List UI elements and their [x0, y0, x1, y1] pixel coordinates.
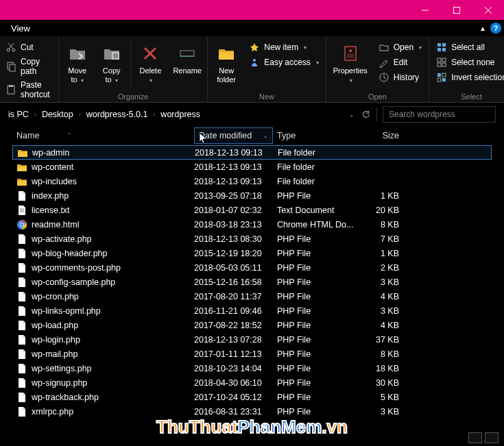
folder-icon	[16, 162, 27, 173]
column-name[interactable]: Name ˄	[12, 131, 194, 140]
column-size[interactable]: Size	[355, 131, 403, 140]
search-input[interactable]: Search wordpress	[383, 106, 496, 123]
file-row[interactable]: wp-login.php2018-12-13 07:28PHP File37 K…	[12, 332, 492, 347]
folder-icon	[16, 176, 27, 187]
open-button[interactable]: Open ▾	[379, 40, 422, 54]
copy-path-button[interactable]: Copy path	[5, 55, 50, 77]
organize-group-label: Organize	[60, 91, 206, 101]
file-row[interactable]: wp-mail.php2017-01-11 12:13PHP File8 KB	[12, 347, 492, 361]
breadcrumb-dropdown-icon[interactable]: ⌄	[349, 111, 355, 118]
file-row[interactable]: wp-trackback.php2017-10-24 05:12PHP File…	[12, 390, 492, 404]
file-date: 2015-12-16 16:58	[194, 277, 273, 287]
file-row[interactable]: wp-blog-header.php2015-12-19 18:20PHP Fi…	[12, 246, 492, 260]
file-size: 3 KB	[355, 306, 403, 316]
clipboard-group-label	[1, 102, 57, 103]
column-date-modified[interactable]: Date modified ⌄	[194, 127, 273, 144]
file-row[interactable]: index.php2013-09-25 07:18PHP File1 KB	[12, 188, 492, 203]
open-icon	[379, 42, 389, 53]
file-row[interactable]: wp-includes2018-12-13 09:13File folder	[12, 174, 492, 188]
file-row[interactable]: wp-load.php2017-08-22 18:52PHP File4 KB	[12, 318, 492, 332]
file-name: wp-links-opml.php	[32, 306, 101, 316]
file-type: PHP File	[273, 393, 355, 402]
file-date: 2017-08-22 18:52	[194, 321, 273, 330]
svg-rect-1	[454, 7, 460, 13]
file-date: 2018-12-13 07:28	[194, 335, 273, 345]
select-none-button[interactable]: Select none	[436, 55, 504, 69]
details-view-icon[interactable]	[468, 432, 482, 443]
easy-access-label: Easy access	[264, 58, 310, 67]
refresh-icon[interactable]	[361, 110, 371, 119]
svg-rect-32	[442, 73, 446, 77]
breadcrumb-segment[interactable]: Desktop	[42, 110, 73, 119]
sort-asc-icon: ˄	[68, 132, 71, 139]
properties-button[interactable]: Properties ▾	[328, 39, 373, 91]
file-name: wp-admin	[32, 148, 69, 158]
file-row[interactable]: wp-config-sample.php2015-12-16 16:58PHP …	[12, 275, 492, 289]
file-row[interactable]: xmlrpc.php2016-08-31 23:31PHP File3 KB	[12, 404, 492, 419]
file-size: 18 KB	[355, 364, 403, 373]
new-folder-button[interactable]: Newfolder	[209, 39, 243, 91]
file-size: 4 KB	[355, 292, 403, 301]
file-type: PHP File	[273, 306, 355, 316]
file-date: 2016-08-31 23:31	[194, 407, 273, 417]
file-size: 30 KB	[355, 378, 403, 388]
select-all-button[interactable]: Select all	[436, 40, 504, 54]
rename-button[interactable]: Rename	[169, 39, 206, 91]
file-icon	[16, 349, 27, 360]
history-button[interactable]: History	[379, 71, 422, 84]
svg-point-5	[12, 49, 15, 51]
file-icon	[16, 291, 27, 302]
large-icons-view-icon[interactable]	[485, 432, 499, 443]
breadcrumb[interactable]: is PC›Desktop›wordpress-5.0.1›wordpress	[8, 110, 346, 119]
svg-line-6	[9, 43, 14, 49]
tab-view[interactable]: View	[3, 21, 38, 36]
copy-to-button[interactable]: Copyto ▾	[95, 39, 129, 91]
copy-path-icon	[5, 61, 16, 72]
maximize-button[interactable]	[441, 0, 472, 20]
breadcrumb-segment[interactable]: wordpress	[160, 110, 200, 119]
move-to-button[interactable]: Moveto ▾	[60, 39, 95, 91]
breadcrumb-segment[interactable]: wordpress-5.0.1	[86, 110, 148, 119]
breadcrumb-segment[interactable]: is PC	[8, 110, 29, 119]
file-row[interactable]: license.txt2018-01-07 02:32Text Document…	[12, 203, 492, 217]
file-icon	[16, 306, 27, 317]
new-group-label: New	[209, 91, 324, 101]
watermark-part2: PhanMem	[238, 417, 322, 437]
help-icon[interactable]: ?	[490, 23, 501, 34]
file-type: PHP File	[273, 321, 355, 330]
invert-selection-button[interactable]: Invert selection	[436, 71, 504, 84]
easy-access-button[interactable]: Easy access ▾	[249, 55, 318, 69]
delete-button[interactable]: Delete ▾	[132, 39, 169, 91]
new-item-button[interactable]: New item ▾	[249, 40, 318, 54]
file-row[interactable]: wp-comments-post.php2018-05-03 05:11PHP …	[12, 260, 492, 275]
edit-icon	[379, 57, 389, 68]
cut-button[interactable]: Cut	[5, 40, 50, 54]
watermark-part1: ThuThuat	[156, 417, 237, 437]
file-row[interactable]: wp-signup.php2018-04-30 06:10PHP File30 …	[12, 375, 492, 390]
edit-button[interactable]: Edit	[379, 55, 422, 69]
svg-rect-18	[345, 47, 356, 60]
column-type[interactable]: Type	[273, 131, 355, 140]
file-icon	[16, 262, 27, 273]
file-row[interactable]: wp-links-opml.php2016-11-21 09:46PHP Fil…	[12, 303, 492, 318]
file-row[interactable]: readme.html2018-03-18 23:13Chrome HTML D…	[12, 217, 492, 232]
file-date: 2018-10-23 14:04	[194, 364, 273, 373]
paste-shortcut-button[interactable]: Paste shortcut	[5, 79, 50, 101]
file-row[interactable]: wp-cron.php2017-08-20 11:37PHP File4 KB	[12, 289, 492, 303]
svg-rect-28	[442, 58, 446, 62]
file-row[interactable]: wp-content2018-12-13 09:13File folder	[12, 160, 492, 174]
file-row[interactable]: wp-settings.php2018-10-23 14:04PHP File1…	[12, 361, 492, 375]
file-date: 2013-09-25 07:18	[194, 191, 273, 201]
view-mode-icons[interactable]	[468, 432, 499, 443]
minimize-button[interactable]	[409, 0, 441, 20]
close-button[interactable]	[472, 0, 504, 20]
collapse-ribbon-icon[interactable]: ▲	[479, 25, 486, 32]
file-icon	[16, 277, 27, 288]
file-type: PHP File	[273, 234, 355, 244]
file-row[interactable]: wp-admin2018-12-13 09:13File folder	[12, 145, 492, 160]
file-name: readme.html	[32, 220, 79, 230]
file-size: 1 KB	[355, 191, 403, 201]
new-item-icon	[249, 42, 260, 53]
file-name: wp-mail.php	[32, 349, 77, 359]
file-row[interactable]: wp-activate.php2018-12-13 08:30PHP File7…	[12, 232, 492, 246]
